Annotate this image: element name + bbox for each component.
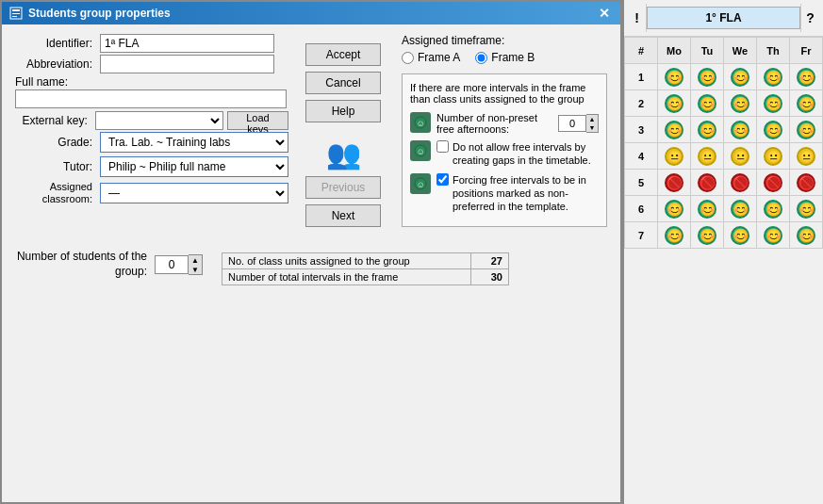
col-hash: # [625,38,658,64]
face-green[interactable] [698,94,716,113]
row-number: 4 [625,143,658,170]
col-day: Th [757,38,790,64]
face-yellow[interactable] [665,147,683,166]
title-bar-left: Students group properties [9,7,171,20]
bang-label: ! [628,4,647,32]
face-green[interactable] [665,226,683,245]
face-green[interactable] [731,200,749,219]
assigned-timeframe-label: Assigned timeframe: [402,34,607,47]
load-keys-button[interactable]: Load keys [227,111,288,130]
face-green[interactable] [764,200,782,219]
face-green[interactable] [764,226,782,245]
no-gaps-row: ☺ Do not allow free intervals by creatin… [410,140,599,168]
row-number: 7 [625,222,658,249]
face-green[interactable] [797,94,815,113]
no-gaps-checkbox[interactable] [436,140,449,153]
grade-select[interactable]: Tra. Lab. ~ Training labs [100,132,288,153]
face-red[interactable] [731,173,749,192]
svg-text:☺: ☺ [416,119,424,128]
face-green[interactable] [665,94,683,113]
external-key-row: External key: Load keys [15,111,288,130]
info-table-label: No. of class units assigned to the group [222,252,471,268]
right-options: Assigned timeframe: Frame A Frame B [398,34,607,235]
identifier-row: Identifier: [15,34,288,53]
schedule-row: 7 [625,222,823,249]
abbreviation-input[interactable] [100,55,274,73]
face-green[interactable] [797,121,815,139]
timeframe-section: Assigned timeframe: Frame A Frame B [402,34,607,64]
no-gaps-option[interactable]: Do not allow free intervals by creating … [436,140,599,168]
schedule-row: 2 [625,90,823,117]
face-yellow[interactable] [731,147,749,166]
non-preset-down-button[interactable]: ▼ [586,123,598,132]
face-green[interactable] [665,200,683,219]
grade-label: Grade: [15,136,100,149]
num-students-label: Number of students of the group: [15,250,147,279]
face-green[interactable] [731,226,749,245]
frame-b-radio[interactable] [475,52,487,64]
face-yellow[interactable] [797,147,815,166]
face-yellow[interactable] [764,147,782,166]
assigned-classroom-select[interactable]: — [100,183,288,203]
face-green[interactable] [731,94,749,113]
fullname-section: Full name: [15,75,288,108]
face-red[interactable] [797,173,815,192]
face-green[interactable] [698,68,716,87]
abbreviation-row: Abbreviation: [15,55,288,73]
spinner-down-button[interactable]: ▼ [189,265,202,274]
forcing-option[interactable]: Forcing free intervals to be in position… [436,173,599,214]
next-button[interactable]: Next [305,204,381,227]
face-green[interactable] [764,94,782,113]
face-green[interactable] [797,68,815,87]
face-red[interactable] [665,173,683,192]
face-green[interactable] [764,68,782,87]
external-key-select[interactable] [95,111,223,130]
num-students-spinner: ▲ ▼ [155,254,203,275]
help-button[interactable]: Help [305,100,381,122]
spinner-up-button[interactable]: ▲ [189,255,202,265]
cancel-button[interactable]: Cancel [305,72,381,94]
non-preset-up-button[interactable]: ▲ [586,115,598,123]
assigned-classroom-label: Assignedclassroom: [15,181,100,205]
non-preset-spinner-buttons: ▲ ▼ [586,114,599,133]
close-button[interactable]: ✕ [596,5,613,22]
info-table-value: 30 [471,268,509,285]
num-students-input[interactable] [155,255,189,274]
face-green[interactable] [797,226,815,245]
info-table-label: Number of total intervals in the frame [222,268,471,285]
face-green[interactable] [665,121,683,139]
forcing-icon: ☺ [410,173,431,194]
schedule-row: 3 [625,117,823,143]
face-green[interactable] [698,121,716,139]
fullname-input[interactable] [15,89,287,108]
schedule-grid: #MoTuWeThFr 1234567 [624,37,823,504]
forcing-checkbox[interactable] [436,173,449,186]
identifier-input[interactable] [100,34,274,53]
face-green[interactable] [698,226,716,245]
abbreviation-label: Abbreviation: [15,57,100,71]
question-button[interactable]: ? [800,4,819,32]
face-green[interactable] [665,68,683,87]
face-red[interactable] [764,173,782,192]
face-green[interactable] [764,121,782,139]
face-green[interactable] [698,200,716,219]
previous-button[interactable]: Previous [305,176,381,199]
tutor-select[interactable]: Philip ~ Philip full name [100,156,288,177]
external-key-label: External key: [15,114,95,127]
grid-table: #MoTuWeThFr 1234567 [624,37,823,249]
face-green[interactable] [731,121,749,139]
frame-a-option[interactable]: Frame A [402,51,460,64]
face-green[interactable] [731,68,749,87]
schedule-panel: ! 1° FLA ? #MoTuWeThFr 1234567 [622,0,823,504]
frame-b-option[interactable]: Frame B [475,51,535,64]
face-yellow[interactable] [698,147,716,166]
svg-rect-2 [12,13,20,14]
spinner-buttons: ▲ ▼ [189,254,203,275]
non-preset-input[interactable] [558,115,586,132]
schedule-row: 6 [625,196,823,222]
frame-a-radio[interactable] [402,52,414,64]
face-green[interactable] [797,200,815,219]
schedule-row: 1 [625,64,823,90]
accept-button[interactable]: Accept [305,43,381,66]
face-red[interactable] [698,173,716,192]
